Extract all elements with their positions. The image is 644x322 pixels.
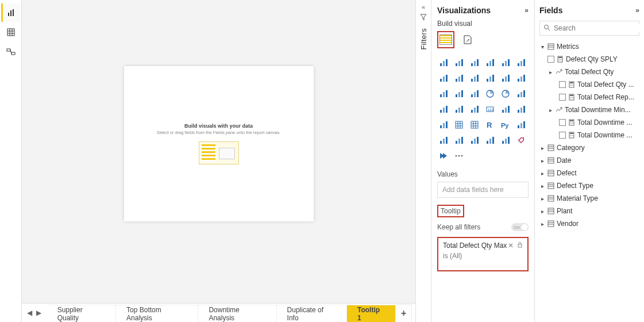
- build-visual-mode-button[interactable]: [437, 31, 454, 48]
- viz-multi-row-icon[interactable]: [499, 103, 512, 116]
- page-tab[interactable]: Duplicate of Info: [277, 305, 347, 322]
- viz-stacked-bar-icon[interactable]: [437, 56, 450, 69]
- viz-column-line-icon[interactable]: [437, 87, 450, 100]
- field-total-defect-rep[interactable]: Total Defect Rep...: [539, 91, 639, 103]
- table-defect-type[interactable]: Defect Type: [539, 179, 639, 192]
- svg-rect-101: [461, 137, 463, 144]
- filters-pane-collapsed: « Filters: [415, 0, 431, 322]
- svg-rect-9: [11, 52, 15, 55]
- viz-card-icon[interactable]: 123: [484, 103, 496, 116]
- format-visual-mode-button[interactable]: [459, 31, 476, 48]
- nav-data-icon[interactable]: [1, 23, 21, 41]
- page-tab[interactable]: Tooltip 1: [347, 305, 396, 322]
- svg-point-112: [458, 155, 460, 157]
- viz-slicer-icon[interactable]: [437, 118, 450, 131]
- viz-py-visual-icon[interactable]: Py: [499, 118, 512, 131]
- svg-rect-24: [505, 61, 507, 66]
- table-vendor[interactable]: Vendor: [539, 217, 639, 230]
- svg-rect-131: [570, 95, 573, 96]
- fields-collapse-icon[interactable]: »: [635, 6, 639, 14]
- viz-paginated-icon[interactable]: [468, 134, 481, 147]
- checkbox[interactable]: [559, 119, 566, 126]
- viz-r-visual-icon[interactable]: R: [484, 118, 496, 131]
- table-icon: [547, 182, 554, 189]
- viz-donut-icon[interactable]: [499, 87, 512, 100]
- viz-line-stacked-icon[interactable]: [484, 72, 496, 85]
- viz-clustered-column-100-icon[interactable]: [515, 56, 527, 69]
- viz-power-automate-icon[interactable]: [437, 150, 450, 162]
- page-tab[interactable]: Downtime Analysis: [198, 305, 276, 322]
- viz-ribbon-icon[interactable]: [499, 72, 512, 85]
- viz-table-icon[interactable]: [453, 118, 465, 131]
- calculator-icon: [568, 119, 575, 126]
- viz-scatter-icon[interactable]: [468, 87, 481, 100]
- filter-remove-icon[interactable]: ✕: [508, 241, 514, 250]
- viz-waterfall-icon[interactable]: [515, 72, 527, 85]
- viz-kpi-icon[interactable]: [515, 103, 527, 116]
- viz-smart-narrative-icon[interactable]: [499, 134, 512, 147]
- report-page[interactable]: Build visuals with your data Select or d…: [124, 66, 314, 221]
- viz-stacked-column-icon[interactable]: [468, 56, 481, 69]
- table-date[interactable]: Date: [539, 154, 639, 167]
- nav-report-icon[interactable]: [1, 3, 21, 22]
- field-total-downtime-sub2[interactable]: Total Downtime ...: [539, 129, 639, 141]
- viz-stacked-area-icon[interactable]: [468, 72, 481, 85]
- fields-search[interactable]: [539, 21, 639, 36]
- svg-rect-26: [518, 63, 519, 66]
- field-total-downtime-sub1[interactable]: Total Downtime ...: [539, 116, 639, 129]
- viz-metrics-icon[interactable]: [484, 134, 496, 147]
- values-dropwell[interactable]: Add data fields here: [437, 182, 529, 198]
- tooltip-filter-card[interactable]: Total Defect Qty Max ✕ is (All): [437, 237, 529, 271]
- table-category[interactable]: Category: [539, 141, 639, 154]
- svg-point-133: [571, 97, 572, 98]
- viz-key-influencers-icon[interactable]: [515, 118, 527, 131]
- svg-rect-20: [487, 63, 488, 66]
- viz-stacked-bar-100-icon[interactable]: [499, 56, 512, 69]
- field-total-defect-qty-sub1[interactable]: Total Defect Qty ...: [539, 78, 639, 91]
- svg-rect-145: [548, 145, 554, 151]
- filters-expand-icon[interactable]: «: [422, 3, 425, 10]
- viz-line-icon[interactable]: [437, 72, 450, 85]
- viz-map-icon[interactable]: [437, 103, 450, 116]
- viz-treemap-icon[interactable]: [515, 87, 527, 100]
- checkbox[interactable]: [547, 56, 554, 63]
- keep-filters-toggle[interactable]: On: [511, 223, 529, 231]
- viz-filled-map-icon[interactable]: [453, 103, 465, 116]
- table-plant[interactable]: Plant: [539, 205, 639, 217]
- svg-rect-55: [477, 90, 479, 97]
- page-tab[interactable]: Supplier Quality: [47, 305, 116, 322]
- svg-point-113: [461, 155, 463, 157]
- table-defect[interactable]: Defect: [539, 167, 639, 179]
- viz-area-icon[interactable]: [453, 72, 465, 85]
- viz-decomposition-icon[interactable]: [437, 134, 450, 147]
- tab-next-icon[interactable]: ▶: [34, 307, 44, 319]
- viz-clustered-bar-icon[interactable]: [453, 56, 465, 69]
- fields-search-input[interactable]: [554, 24, 640, 32]
- filter-lock-icon[interactable]: [517, 241, 523, 250]
- checkbox[interactable]: [559, 94, 566, 101]
- tab-prev-icon[interactable]: ◀: [25, 307, 34, 319]
- filters-label[interactable]: Filters: [419, 28, 428, 50]
- nav-model-icon[interactable]: [1, 43, 21, 61]
- field-total-downtime-min[interactable]: Total Downtime Min...: [539, 103, 639, 116]
- table-material-type[interactable]: Material Type: [539, 192, 639, 205]
- canvas-inner[interactable]: Build visuals with your data Select or d…: [22, 0, 415, 303]
- field-defect-qty-sply[interactable]: Defect Qty SPLY: [539, 53, 639, 66]
- viz-qna-icon[interactable]: [453, 134, 465, 147]
- field-total-defect-qty[interactable]: Total Defect Qty: [539, 66, 639, 78]
- viz-clustered-column-icon[interactable]: [484, 56, 496, 69]
- svg-rect-19: [477, 59, 479, 66]
- viz-funnel-icon[interactable]: [453, 87, 465, 100]
- viz-get-visuals-icon[interactable]: [515, 134, 527, 147]
- viz-gauge-icon[interactable]: [468, 103, 481, 116]
- viz-collapse-icon[interactable]: »: [525, 6, 529, 14]
- viz-more-icon[interactable]: [453, 150, 465, 162]
- metrics-table[interactable]: Metrics: [539, 40, 639, 53]
- page-tab[interactable]: Top Bottom Analysis: [116, 305, 198, 322]
- tab-add-button[interactable]: +: [396, 304, 412, 321]
- viz-pie-icon[interactable]: [484, 87, 496, 100]
- checkbox[interactable]: [559, 132, 566, 139]
- checkbox[interactable]: [559, 81, 566, 88]
- svg-point-111: [456, 155, 457, 157]
- viz-matrix-icon[interactable]: [468, 118, 481, 131]
